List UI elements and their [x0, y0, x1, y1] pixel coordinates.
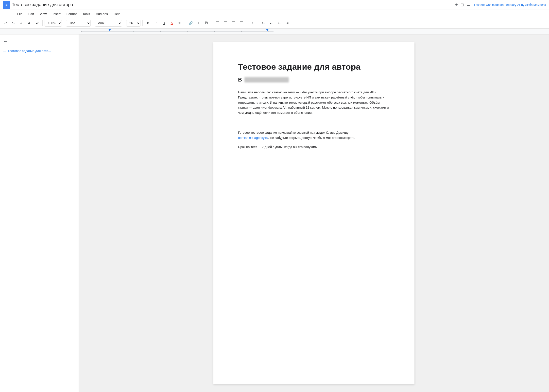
decrease-indent-button[interactable]: ⇤: [276, 19, 283, 27]
paint-format-button[interactable]: 🖌: [34, 19, 40, 27]
separator-5: [142, 20, 143, 26]
star-icon[interactable]: ★: [455, 2, 458, 7]
menu-edit[interactable]: Edit: [26, 11, 36, 17]
spellcheck-button[interactable]: a: [26, 19, 33, 27]
undo-button[interactable]: ↩: [2, 19, 9, 27]
insert-image-button[interactable]: 🖼: [203, 19, 210, 27]
separator-9: [258, 20, 258, 26]
line-spacing-button[interactable]: ↕: [249, 19, 256, 27]
italic-button[interactable]: I: [153, 19, 159, 27]
main-layout: ← — Тестовое задание для авто... Тестово…: [0, 34, 549, 392]
blurred-name: [244, 77, 289, 82]
last-edit-info: Last edit was made on February 21 by Люб…: [474, 3, 546, 7]
align-justify-button[interactable]: ☰: [238, 19, 245, 27]
numbered-list-button[interactable]: 1≡: [260, 19, 267, 27]
highlight-button[interactable]: ✏: [176, 19, 183, 27]
title-bar: Тестовое задание для автора ★ ⊡ ☁ Last e…: [0, 0, 549, 10]
separator-8: [247, 20, 247, 26]
insert-special-button[interactable]: ±: [195, 19, 202, 27]
menu-insert[interactable]: Insert: [50, 11, 63, 17]
redo-button[interactable]: ↪: [10, 19, 17, 27]
increase-indent-button[interactable]: ⇥: [284, 19, 291, 27]
font-size-select[interactable]: 26 11 12 14: [126, 20, 140, 27]
sidebar: ← — Тестовое задание для авто...: [0, 34, 79, 392]
document-body[interactable]: Напишите небольшую статью на тему — «Что…: [238, 90, 390, 115]
cloud-icon[interactable]: ☁: [466, 2, 470, 7]
menu-file[interactable]: File: [15, 11, 25, 17]
subtitle-prefix: В: [238, 77, 242, 83]
document-page: Тестовое задание для автора В Напишите н…: [213, 42, 414, 384]
footer-text-1: Готовое тестовое задание присылайте ссыл…: [238, 131, 349, 134]
menu-help[interactable]: Help: [111, 11, 123, 17]
sidebar-heading-item[interactable]: — Тестовое задание для авто...: [3, 48, 76, 54]
title-icons: ★ ⊡ ☁: [455, 2, 470, 7]
document-area[interactable]: Тестовое задание для автора В Напишите н…: [79, 34, 549, 392]
align-left-button[interactable]: ☰: [214, 19, 221, 27]
footer-link[interactable]: demish@it-agency.ru: [238, 136, 268, 140]
separator-3: [93, 20, 93, 26]
text-color-button[interactable]: A: [168, 19, 175, 27]
document-subtitle: В: [238, 77, 390, 83]
print-button[interactable]: 🖨: [18, 19, 25, 27]
document-footer: Готовое тестовое задание присылайте ссыл…: [238, 130, 390, 149]
bullet-list-button[interactable]: •≡: [268, 19, 275, 27]
google-docs-icon: [3, 1, 10, 9]
separator-6: [185, 20, 185, 26]
footer-paragraph-2: Срок на тест — 7 дней с даты, когда вы е…: [238, 145, 390, 150]
menu-view[interactable]: View: [37, 11, 49, 17]
align-right-button[interactable]: ☰: [230, 19, 237, 27]
menu-bar: File Edit View Insert Format Tools Add-o…: [0, 10, 549, 18]
sidebar-heading-label: Тестовое задание для авто...: [8, 49, 51, 53]
underline-button[interactable]: U: [160, 19, 167, 27]
document-title-heading[interactable]: Тестовое задание для автора: [238, 62, 390, 72]
separator-4: [124, 20, 124, 26]
align-center-button[interactable]: ☰: [222, 19, 229, 27]
separator-1: [42, 20, 43, 26]
link-button[interactable]: 🔗: [187, 19, 194, 27]
zoom-select[interactable]: 100% 75% 125%: [45, 20, 62, 27]
font-select[interactable]: Arial Times New Roman Roboto: [95, 20, 122, 27]
style-select[interactable]: Title Normal text Heading 1 Heading 2: [66, 20, 91, 27]
bold-button[interactable]: B: [145, 19, 152, 27]
drive-icon[interactable]: ⊡: [461, 2, 464, 7]
back-arrow-icon: ←: [3, 38, 8, 44]
menu-tools[interactable]: Tools: [80, 11, 92, 17]
menu-format[interactable]: Format: [64, 11, 79, 17]
ruler: 1 1 2 3 4 5 6 7: [0, 29, 549, 34]
menu-addons[interactable]: Add-ons: [93, 11, 110, 17]
sidebar-back-button[interactable]: ←: [3, 38, 76, 44]
toolbar: ↩ ↪ 🖨 a 🖌 100% 75% 125% Title Normal tex…: [0, 18, 549, 29]
sidebar-heading-dash: —: [3, 49, 6, 53]
separator-2: [64, 20, 64, 26]
underline-word: Объём: [369, 101, 379, 104]
separator-7: [212, 20, 212, 26]
footer-paragraph-1: Готовое тестовое задание присылайте ссыл…: [238, 130, 390, 141]
document-title[interactable]: Тестовое задание для автора: [12, 2, 453, 7]
footer-text-1-cont: . Не забудьте открыть доступ, чтобы я мо…: [268, 136, 355, 140]
